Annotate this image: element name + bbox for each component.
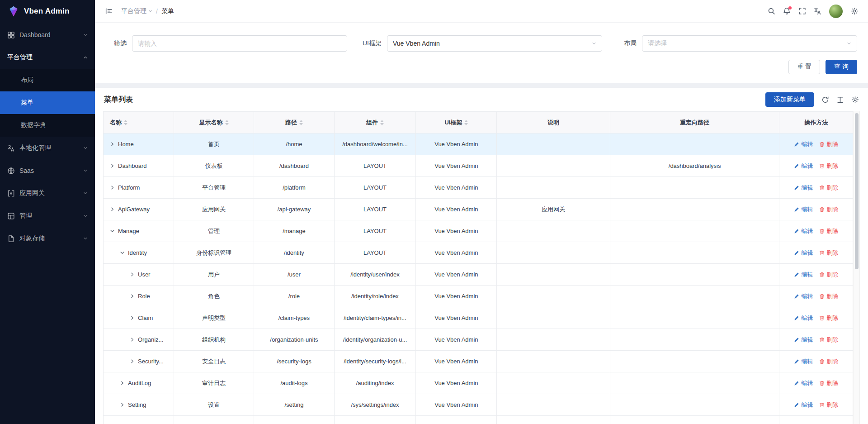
edit-button[interactable]: 编辑 [794,379,813,387]
edit-button[interactable]: 编辑 [794,140,813,148]
sidebar-subitem-label: 菜单 [21,99,33,107]
edit-button[interactable]: 编辑 [794,292,813,300]
table-row-auditlog[interactable]: AuditLog审计日志/audit-logs/auditing/indexVu… [104,372,853,394]
sidebar-item-manage[interactable]: 管理 [0,205,95,227]
table-row-user[interactable]: User用户/user/identity/user/indexVue Vben … [104,264,853,286]
filter-keyword-input[interactable] [132,35,347,52]
main-area: 平台管理 / 菜单 [95,0,868,424]
delete-button[interactable]: 删除 [819,184,838,192]
table-row-setting[interactable]: Setting设置/setting/sys/settings/indexVue … [104,394,853,416]
delete-button[interactable]: 删除 [819,401,838,409]
chevron-right-icon[interactable] [110,163,115,168]
translate-icon[interactable] [810,4,825,19]
sort-icon[interactable] [380,120,384,125]
delete-button[interactable]: 删除 [819,162,838,170]
table-row-role[interactable]: Role角色/role/identity/role/indexVue Vben … [104,286,853,307]
chevron-right-icon[interactable] [130,315,135,320]
chevron-down-icon [83,236,88,241]
edit-button[interactable]: 编辑 [794,184,813,192]
column-header-path[interactable]: 路径 [254,112,334,133]
notification-bell-icon[interactable] [779,4,794,19]
chevron-right-icon[interactable] [130,272,135,277]
reset-button[interactable]: 重 置 [788,60,820,74]
sort-icon[interactable] [225,120,229,125]
scrollbar-thumb[interactable] [855,113,859,269]
sidebar-item-layout[interactable]: 布局 [0,69,95,91]
delete-button[interactable]: 删除 [819,357,838,366]
logo[interactable]: Vben Admin [0,0,95,23]
filter-panel: 筛选 UI框架 Vue Vben Admin 布局 请选择 [95,23,868,83]
cell-description [497,307,610,329]
breadcrumb-parent[interactable]: 平台管理 [121,7,152,15]
sidebar-item-data-dictionary[interactable]: 数据字典 [0,114,95,137]
chevron-down-icon[interactable] [120,250,125,255]
chevron-right-icon[interactable] [130,294,135,299]
table-row-identity[interactable]: Identity身份标识管理/identityLAYOUTVue Vben Ad… [104,242,853,264]
chevron-right-icon[interactable] [130,359,135,364]
column-settings-icon[interactable] [851,96,859,104]
delete-button[interactable]: 删除 [819,271,838,279]
settings-gear-icon[interactable] [847,4,862,19]
column-header-component[interactable]: 组件 [334,112,416,133]
column-header-framework[interactable]: UI框架 [416,112,497,133]
cell-name: Dashboard [104,155,174,177]
delete-button[interactable]: 删除 [819,205,838,214]
edit-button[interactable]: 编辑 [794,401,813,409]
edit-button[interactable]: 编辑 [794,205,813,214]
layout-select[interactable]: 请选择 [642,35,857,52]
delete-button[interactable]: 删除 [819,140,838,148]
refresh-icon[interactable] [821,96,829,104]
cell-redirect [610,329,779,351]
edit-button[interactable]: 编辑 [794,162,813,170]
cell-path: /audit-logs [254,372,334,394]
avatar[interactable] [829,5,843,18]
table-row-apigateway[interactable]: ApiGateway应用网关/api-gatewayLAYOUTVue Vben… [104,199,853,220]
edit-button[interactable]: 编辑 [794,357,813,366]
sidebar-item-platform[interactable]: 平台管理 [0,46,95,69]
table-row-organiz[interactable]: Organiz...组织机构/organization-units/identi… [104,329,853,351]
column-header-name[interactable]: 名称 [104,112,174,133]
chevron-right-icon[interactable] [130,337,135,342]
sort-icon[interactable] [299,120,303,125]
chevron-right-icon[interactable] [110,185,115,190]
sort-icon[interactable] [464,120,468,125]
table-row-claim[interactable]: Claim声明类型/claim-types/identity/claim-typ… [104,307,853,329]
sidebar-item-localization[interactable]: 本地化管理 [0,137,95,159]
delete-button[interactable]: 删除 [819,314,838,322]
sort-icon[interactable] [124,120,127,125]
fullscreen-icon[interactable] [795,4,809,19]
edit-button[interactable]: 编辑 [794,314,813,322]
query-button[interactable]: 查 询 [826,60,857,74]
table-row-home[interactable]: Home首页/home/dashboard/welcome/in...Vue V… [104,133,853,155]
edit-button[interactable]: 编辑 [794,336,813,344]
sidebar-item-dashboard[interactable]: Dashboard [0,24,95,46]
collapse-sidebar-icon[interactable] [101,4,116,19]
chevron-right-icon[interactable] [120,381,125,386]
sidebar-item-gateway[interactable]: 应用网关 [0,182,95,205]
table-row-security[interactable]: Security...安全日志/security-logs/identity/s… [104,351,853,372]
chevron-right-icon[interactable] [110,207,115,212]
edit-button[interactable]: 编辑 [794,249,813,257]
add-menu-button[interactable]: 添加新菜单 [765,92,814,107]
delete-button[interactable]: 删除 [819,227,838,235]
ui-framework-select[interactable]: Vue Vben Admin [387,35,602,52]
table-row-platform[interactable]: Platform平台管理/platformLAYOUTVue Vben Admi… [104,177,853,199]
sidebar-item-menu[interactable]: 菜单 [0,91,95,114]
search-icon[interactable] [764,4,778,19]
delete-button[interactable]: 删除 [819,379,838,387]
chevron-right-icon[interactable] [110,142,115,147]
sidebar-item-saas[interactable]: Saas [0,159,95,182]
sidebar-item-object-storage[interactable]: 对象存储 [0,227,95,250]
chevron-down-icon[interactable] [110,229,115,233]
column-header-display-name[interactable]: 显示名称 [174,112,254,133]
edit-button[interactable]: 编辑 [794,227,813,235]
chevron-right-icon[interactable] [120,402,125,407]
delete-button[interactable]: 删除 [819,249,838,257]
delete-button[interactable]: 删除 [819,336,838,344]
delete-button[interactable]: 删除 [819,292,838,300]
table-row-manage[interactable]: Manage管理/manageLAYOUTVue Vben Admin编辑删除 [104,220,853,242]
edit-button[interactable]: 编辑 [794,271,813,279]
row-height-icon[interactable] [836,96,844,104]
table-row-dashboard[interactable]: Dashboard仪表板/dashboardLAYOUTVue Vben Adm… [104,155,853,177]
vertical-scrollbar[interactable] [853,111,860,424]
